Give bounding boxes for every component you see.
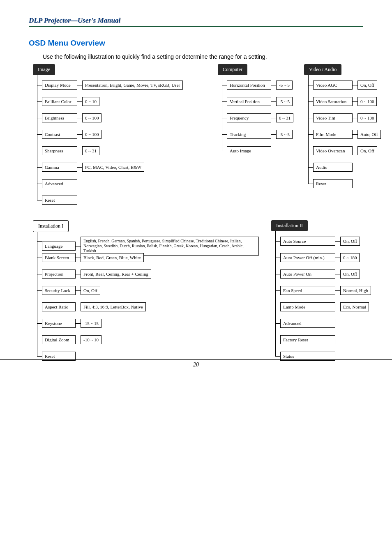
computer-row-2: Frequency0 ~ 31 bbox=[227, 113, 293, 122]
video-audio-row-0: Video AGCOn, Off bbox=[313, 81, 377, 90]
install1-row-3-label: Security Lock bbox=[42, 286, 76, 295]
image-row-6: Advanced bbox=[42, 179, 77, 188]
video-audio-row-3: Film ModeAuto, Off bbox=[313, 130, 381, 139]
install2-row-0: Auto SourceOn, Off bbox=[280, 237, 360, 246]
video-audio-row-3-label: Film Mode bbox=[313, 130, 353, 139]
install1-row-4: Aspect RatioFill, 4:3, 16:9, LetterBox, … bbox=[42, 302, 146, 311]
install2-row-6: Factory Reset bbox=[280, 335, 335, 344]
install2-row-3-label: Fan Speed bbox=[280, 286, 335, 295]
install1-row-6: Digital Zoom-10 ~ 10 bbox=[42, 335, 101, 344]
image-row-2-value: 0 ~ 100 bbox=[82, 113, 101, 122]
video-audio-row-5-label: Audio bbox=[313, 163, 353, 172]
tab-video-audio: Video / Audio bbox=[304, 64, 341, 75]
image-row-1-value: 0 ~ 10 bbox=[82, 97, 99, 106]
install1-row-3: Security LockOn, Off bbox=[42, 286, 100, 295]
tab-install1: Installation I bbox=[33, 220, 69, 232]
video-audio-row-0-label: Video AGC bbox=[313, 81, 353, 90]
video-audio-row-5: Audio bbox=[313, 163, 353, 172]
video-audio-row-2-label: Video Tint bbox=[313, 113, 353, 122]
image-row-0-value: Presentation, Bright, Game, Movie, TV, s… bbox=[82, 81, 183, 90]
computer-row-3-value: -5 ~ 5 bbox=[276, 130, 293, 139]
install2-row-4-label: Lamp Mode bbox=[280, 302, 335, 311]
install1-row-2-value: Front, Rear, Ceiling, Rear + Ceiling bbox=[81, 269, 151, 279]
computer-row-0-value: -5 ~ 5 bbox=[276, 81, 293, 90]
install2-row-2-label: Auto Power On bbox=[280, 269, 335, 279]
install2-row-4-value: Eco, Normal bbox=[340, 302, 369, 311]
install2-row-2: Auto Power OnOn, Off bbox=[280, 269, 360, 279]
computer-row-4-label: Auto Image bbox=[227, 146, 271, 155]
page-header: DLP Projector—User's Manual bbox=[29, 16, 363, 27]
install1-row-1-label: Blank Screen bbox=[42, 253, 76, 262]
install2-row-5-label: Advanced bbox=[280, 319, 335, 328]
install1-row-6-value: -10 ~ 10 bbox=[81, 335, 101, 344]
image-row-3: Contrast0 ~ 100 bbox=[42, 130, 101, 139]
install1-row-1-value: Black, Red, Green, Blue, White bbox=[81, 253, 144, 262]
computer-row-0: Horizontal Position-5 ~ 5 bbox=[227, 81, 293, 90]
install1-row-0-label: Language bbox=[42, 242, 76, 251]
computer-row-2-label: Frequency bbox=[227, 113, 271, 122]
page-number: – 20 – bbox=[0, 359, 392, 368]
image-row-5-value: PC, MAC, Video, Chart, B&W bbox=[82, 163, 144, 172]
image-row-4-value: 0 ~ 31 bbox=[82, 146, 99, 155]
computer-row-3: Tracking-5 ~ 5 bbox=[227, 130, 293, 139]
image-row-0: Display ModePresentation, Bright, Game, … bbox=[42, 81, 183, 90]
image-row-1-label: Brilliant Color bbox=[42, 97, 77, 106]
install2-row-0-label: Auto Source bbox=[280, 237, 335, 246]
install2-row-1-value: 0 ~ 180 bbox=[340, 253, 360, 262]
image-row-6-label: Advanced bbox=[42, 179, 77, 188]
video-audio-row-4: Video OverscanOn, Off bbox=[313, 146, 377, 155]
computer-row-1-label: Vertical Position bbox=[227, 97, 271, 106]
install2-row-3: Fan SpeedNormal, High bbox=[280, 286, 371, 295]
image-row-7: Reset bbox=[42, 196, 77, 205]
image-row-2-label: Brightness bbox=[42, 113, 77, 122]
install1-row-5: Keystone-15 ~ 15 bbox=[42, 319, 101, 328]
osd-menu-diagram: ImageDisplay ModePresentation, Bright, G… bbox=[29, 64, 363, 368]
image-row-4: Sharpness0 ~ 31 bbox=[42, 146, 99, 155]
video-audio-row-4-label: Video Overscan bbox=[313, 146, 353, 155]
tab-image: Image bbox=[33, 64, 55, 75]
install1-row-5-label: Keystone bbox=[42, 319, 76, 328]
install1-row-5-value: -15 ~ 15 bbox=[81, 319, 101, 328]
install2-row-3-value: Normal, High bbox=[340, 286, 371, 295]
image-row-7-label: Reset bbox=[42, 196, 77, 205]
install1-row-1: Blank ScreenBlack, Red, Green, Blue, Whi… bbox=[42, 253, 144, 262]
image-row-5: GammaPC, MAC, Video, Chart, B&W bbox=[42, 163, 144, 172]
video-audio-row-1-label: Video Saturation bbox=[313, 97, 353, 106]
video-audio-row-0-value: On, Off bbox=[357, 81, 377, 90]
video-audio-row-1: Video Saturation0 ~ 100 bbox=[313, 97, 377, 106]
video-audio-row-3-value: Auto, Off bbox=[357, 130, 381, 139]
intro-text: Use the following illustration to quickl… bbox=[43, 53, 363, 60]
image-row-4-label: Sharpness bbox=[42, 146, 77, 155]
image-row-2: Brightness0 ~ 100 bbox=[42, 113, 101, 122]
install1-row-2-label: Projection bbox=[42, 269, 76, 279]
computer-row-0-label: Horizontal Position bbox=[227, 81, 271, 90]
image-row-5-label: Gamma bbox=[42, 163, 77, 172]
computer-row-1-value: -5 ~ 5 bbox=[276, 97, 293, 106]
video-audio-row-1-value: 0 ~ 100 bbox=[357, 97, 377, 106]
install2-row-1: Auto Power Off (min.)0 ~ 180 bbox=[280, 253, 360, 262]
computer-row-1: Vertical Position-5 ~ 5 bbox=[227, 97, 293, 106]
computer-row-2-value: 0 ~ 31 bbox=[276, 113, 293, 122]
computer-row-4: Auto Image bbox=[227, 146, 271, 155]
image-row-3-value: 0 ~ 100 bbox=[82, 130, 101, 139]
install2-row-0-value: On, Off bbox=[340, 237, 360, 246]
image-row-0-label: Display Mode bbox=[42, 81, 77, 90]
install1-row-4-value: Fill, 4:3, 16:9, LetterBox, Native bbox=[81, 302, 146, 311]
install1-row-6-label: Digital Zoom bbox=[42, 335, 76, 344]
video-audio-row-2-value: 0 ~ 100 bbox=[357, 113, 377, 122]
install1-row-2: ProjectionFront, Rear, Ceiling, Rear + C… bbox=[42, 269, 151, 279]
video-audio-row-2: Video Tint0 ~ 100 bbox=[313, 113, 377, 122]
video-audio-row-6-label: Reset bbox=[313, 179, 353, 188]
install1-row-4-label: Aspect Ratio bbox=[42, 302, 76, 311]
image-row-1: Brilliant Color0 ~ 10 bbox=[42, 97, 99, 106]
video-audio-row-4-value: On, Off bbox=[357, 146, 377, 155]
install2-row-2-value: On, Off bbox=[340, 269, 360, 279]
video-audio-row-6: Reset bbox=[313, 179, 353, 188]
tab-computer: Computer bbox=[218, 64, 247, 75]
install2-row-4: Lamp ModeEco, Normal bbox=[280, 302, 369, 311]
computer-row-3-label: Tracking bbox=[227, 130, 271, 139]
install2-row-5: Advanced bbox=[280, 319, 335, 328]
install1-row-3-value: On, Off bbox=[81, 286, 100, 295]
tab-install2: Installation II bbox=[271, 220, 308, 231]
install2-row-6-label: Factory Reset bbox=[280, 335, 335, 344]
